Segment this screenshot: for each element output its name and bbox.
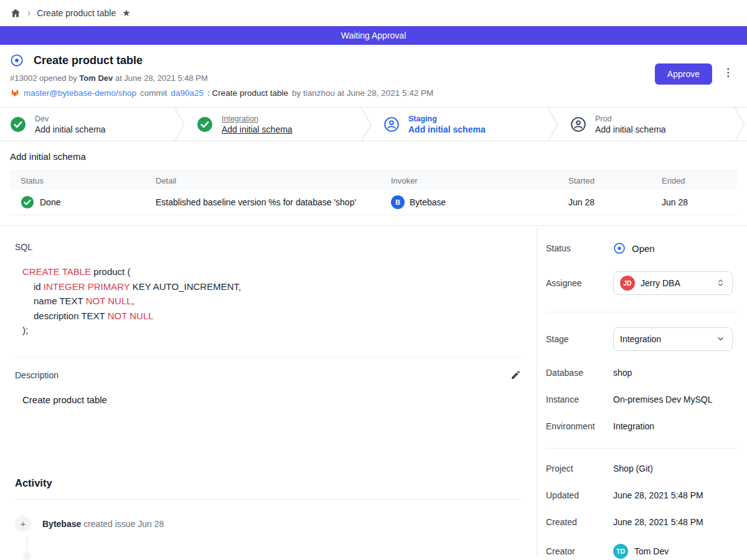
updated-row: Updated June 28, 2021 5:48 PM	[546, 490, 737, 500]
issue-meta-suffix: at June 28, 2021 5:48 PM	[115, 73, 208, 83]
database-row: Database shop	[546, 368, 737, 378]
task-detail-text: Established baseline version %s for data…	[145, 197, 380, 207]
home-icon[interactable]	[10, 7, 21, 19]
page-title: Create product table	[34, 54, 143, 67]
stage-done-icon	[197, 116, 213, 133]
favorite-star-icon[interactable]: ★	[122, 7, 130, 19]
status-row: Status Open	[546, 242, 737, 254]
issue-meta-prefix: #13002 opened by	[10, 73, 77, 83]
activity-action: created issue Jun 28	[83, 519, 164, 529]
open-status-icon	[613, 242, 626, 254]
sql-code: CREATE TABLE product ( id INTEGER PRIMAR…	[22, 264, 522, 338]
breadcrumb: › Create product table ★	[0, 0, 747, 26]
edit-pencil-icon[interactable]	[510, 370, 522, 381]
issue-sidebar: Status Open Assignee JD Jerry DBA Stage	[537, 226, 747, 556]
instance-label: Instance	[546, 394, 613, 404]
instance-value: On-premises Dev MySQL	[613, 394, 712, 404]
issue-header: Create product table #13002 opened by To…	[0, 45, 747, 107]
assignee-select[interactable]: JD Jerry DBA	[613, 271, 733, 295]
assignee-label: Assignee	[546, 278, 613, 288]
created-label: Created	[546, 517, 613, 527]
col-invoker: Invoker	[380, 176, 558, 185]
plus-icon: +	[15, 516, 31, 532]
repo-link[interactable]: master@bytebase-demo/shop	[24, 88, 136, 98]
project-label: Project	[546, 464, 613, 474]
issue-open-icon	[10, 54, 24, 67]
stage-value: Integration	[620, 334, 710, 344]
kebab-menu-icon[interactable]: ⋮	[723, 67, 733, 79]
issue-meta: #13002 opened by Tom Dev at June 28, 202…	[10, 73, 737, 83]
stage-item-staging[interactable]: Staging Add initial schema	[374, 108, 547, 141]
sql-line: name TEXT NOT NULL,	[22, 294, 522, 309]
sql-line: description TEXT NOT NULL	[22, 309, 522, 324]
gitlab-icon	[10, 88, 20, 98]
environment-label: Environment	[546, 421, 613, 431]
assignee-row: Assignee JD Jerry DBA	[546, 271, 737, 295]
issue-author: Tom Dev	[79, 73, 113, 83]
task-table-header: Status Detail Invoker Started Ended	[10, 170, 737, 190]
description-text: Create product table	[22, 394, 522, 405]
done-check-icon	[21, 195, 34, 209]
stage-select[interactable]: Integration	[613, 327, 733, 351]
environment-row: Environment Integration	[546, 421, 737, 431]
status-label: Status	[546, 243, 613, 253]
task-status-text: Done	[40, 197, 60, 207]
activity-item: + Bytebase created issue Jun 28	[15, 516, 522, 532]
updated-value: June 28, 2021 5:48 PM	[613, 490, 703, 500]
commit-hash-link[interactable]: da90a25	[171, 88, 204, 98]
description-label: Description	[15, 370, 59, 380]
stage-separator-icon	[547, 108, 560, 141]
chevron-down-icon	[716, 334, 726, 344]
commit-byline: by tianzhou at June 28, 2021 5:42 PM	[292, 88, 433, 98]
creator-value: Tom Dev	[634, 546, 669, 556]
pipeline: Dev Add initial schema Integration Add i…	[0, 107, 747, 141]
instance-row: Instance On-premises Dev MySQL	[546, 394, 737, 404]
sql-line: CREATE TABLE product (	[22, 264, 522, 279]
stage-env-label: Dev	[35, 114, 106, 123]
stage-separator-icon	[360, 108, 374, 141]
stage-separator-icon	[733, 108, 747, 141]
col-status: Status	[10, 176, 145, 185]
commit-line: master@bytebase-demo/shop commit da90a25…	[10, 88, 737, 98]
stage-active-person-icon	[383, 116, 400, 133]
sql-label: SQL	[15, 242, 522, 252]
database-label: Database	[546, 368, 613, 378]
stage-label: Stage	[546, 334, 613, 344]
activity-actor: Bytebase	[42, 519, 81, 529]
issue-main-panel: SQL CREATE TABLE product ( id INTEGER PR…	[0, 226, 537, 556]
stage-item-integration[interactable]: Integration Add initial schema	[187, 108, 360, 141]
divider	[546, 312, 737, 312]
timeline-next-node	[23, 552, 31, 560]
divider	[15, 499, 522, 500]
stage-env-label: Prod	[595, 114, 666, 123]
project-value: Shop (Git)	[613, 464, 653, 474]
stage-separator-icon	[173, 108, 187, 141]
creator-avatar: TD	[613, 544, 628, 559]
table-row[interactable]: Done Established baseline version %s for…	[10, 190, 737, 215]
breadcrumb-current: Create product table	[37, 8, 116, 18]
approval-banner: Waiting Approval	[0, 26, 747, 45]
stage-item-dev[interactable]: Dev Add initial schema	[0, 108, 173, 141]
task-heading: Add initial schema	[10, 151, 737, 162]
stage-env-label: Staging	[408, 114, 486, 123]
task-section: Add initial schema Status Detail Invoker…	[0, 141, 747, 215]
project-row: Project Shop (Git)	[546, 464, 737, 474]
updated-label: Updated	[546, 490, 613, 500]
task-table: Status Detail Invoker Started Ended Done…	[10, 170, 737, 215]
sql-line: id INTEGER PRIMARY KEY AUTO_INCREMENT,	[22, 279, 522, 294]
task-started-text: Jun 28	[558, 197, 651, 207]
stage-task-label: Add initial schema	[222, 124, 293, 134]
database-value: shop	[613, 368, 632, 378]
divider	[546, 448, 737, 449]
commit-message: : Create product table	[207, 88, 288, 98]
assignee-avatar: JD	[620, 276, 635, 291]
stage-item-prod[interactable]: Prod Add initial schema	[560, 108, 733, 141]
approve-button[interactable]: Approve	[655, 63, 712, 85]
assignee-name: Jerry DBA	[641, 278, 710, 288]
stage-env-label: Integration	[222, 114, 293, 123]
breadcrumb-chevron-icon: ›	[27, 8, 31, 18]
col-ended: Ended	[651, 176, 737, 185]
commit-word: commit	[140, 88, 167, 98]
creator-row: Creator TD Tom Dev	[546, 544, 737, 559]
stage-task-label: Add initial schema	[408, 124, 486, 134]
